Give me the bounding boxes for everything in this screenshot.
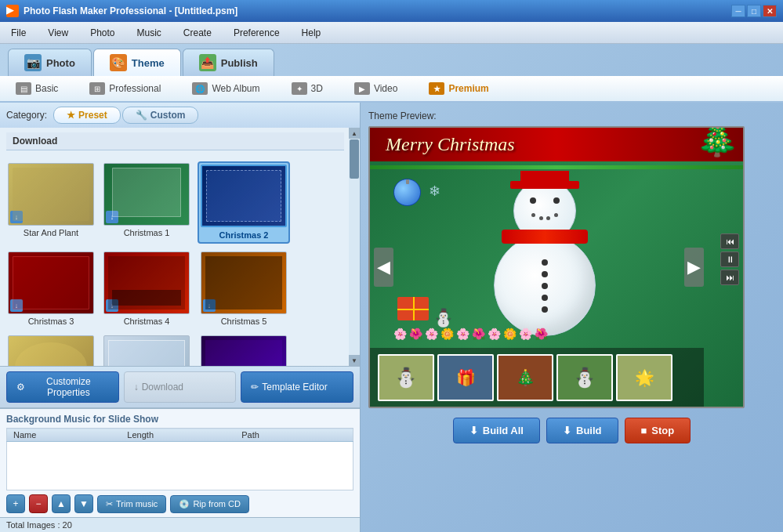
customize-properties-button[interactable]: ⚙ Customize Properties	[6, 371, 119, 403]
tab-publish[interactable]: 📤 Publish	[183, 49, 274, 76]
scroll-down-btn[interactable]: ▼	[349, 355, 360, 366]
theme-item-row3c[interactable]: ↓	[198, 334, 290, 366]
subnav-3d-label: 3D	[311, 83, 323, 94]
snowman-area: ❄ ⛄ 🌸🌺🌸🌼🌸🌺🌸🌼🌸🌺	[386, 171, 704, 344]
build-all-label: Build All	[483, 425, 524, 436]
preset-tab[interactable]: ★ Preset	[53, 107, 121, 124]
category-label: Category:	[6, 110, 47, 121]
scroll-thumb[interactable]	[350, 139, 359, 179]
theme-name-xmas3: Christmas 3	[28, 317, 74, 326]
snowman-eye-right	[553, 197, 560, 204]
minimize-button[interactable]: ─	[731, 5, 745, 17]
preview-title: Merry Christmas	[386, 134, 515, 154]
scrollbar[interactable]: ▲ ▼	[349, 128, 360, 366]
tab-theme[interactable]: 🎨 Theme	[93, 49, 181, 76]
download-button[interactable]: ↓ Download	[124, 371, 237, 403]
snowman-scarf	[502, 230, 588, 244]
menu-music[interactable]: Music	[132, 26, 166, 40]
move-down-music-button[interactable]: ▼	[74, 494, 93, 513]
snowman-smile-4	[554, 213, 558, 217]
build-all-button[interactable]: ⬇ Build All	[453, 418, 540, 443]
build-label: Build	[576, 425, 602, 436]
theme-name-star: Star And Plant	[24, 228, 78, 237]
menu-preference[interactable]: Preference	[229, 26, 285, 40]
stop-button[interactable]: ■ Stop	[625, 418, 691, 443]
skip-first-btn[interactable]: ⏮	[720, 233, 739, 249]
music-controls: + − ▲ ▼ ✂ Trim music 💿 Rip from CD	[6, 494, 353, 513]
move-up-music-button[interactable]: ▲	[52, 494, 71, 513]
photo-strip: ⛄ 🎁 🎄 ⛄ 🌟	[370, 348, 704, 407]
theme-thumb-xmas1: ↓	[103, 163, 190, 226]
music-table: Name Length Path	[6, 428, 353, 490]
theme-item-xmas1[interactable]: ↓ Christmas 1	[102, 161, 191, 244]
tab-theme-label: Theme	[132, 57, 165, 69]
scroll-up-btn[interactable]: ▲	[349, 128, 360, 139]
subnav-premium[interactable]: ★ Premium	[421, 79, 496, 98]
preview-header: Merry Christmas 🎄	[370, 128, 743, 161]
subnav-video[interactable]: ▶ Video	[346, 79, 405, 98]
ornament-blue	[393, 179, 421, 206]
music-section: Background Music for Slide Show Name Len…	[0, 407, 360, 517]
subnav-basic-label: Basic	[35, 83, 58, 94]
window-title: Photo Flash Maker Professional - [Untitl…	[24, 5, 731, 16]
publish-tab-icon: 📤	[199, 54, 216, 71]
body-button-5	[542, 306, 548, 313]
video-icon: ▶	[354, 82, 370, 95]
remove-music-button[interactable]: −	[29, 494, 48, 513]
theme-item-xmas4[interactable]: ↓ Christmas 4	[102, 250, 191, 328]
stop-label: Stop	[651, 425, 674, 436]
theme-thumb-row3b: ↓	[103, 335, 190, 366]
preview-label: Theme Preview:	[368, 110, 437, 121]
subnav-3d[interactable]: ✦ 3D	[284, 79, 331, 98]
tab-photo[interactable]: 📷 Photo	[8, 49, 92, 76]
theme-item-row3a[interactable]: ↓	[6, 334, 96, 366]
menubar: File View Photo Music Create Preference …	[0, 22, 783, 44]
menu-photo[interactable]: Photo	[85, 26, 119, 40]
stop-icon: ■	[641, 425, 647, 436]
music-section-title: Background Music for Slide Show	[6, 414, 353, 425]
menu-file[interactable]: File	[6, 26, 31, 40]
col-length: Length	[121, 429, 235, 442]
preview-container: Merry Christmas 🎄	[368, 126, 745, 408]
add-music-button[interactable]: +	[6, 494, 25, 513]
build-controls: ⬇ Build All ⬇ Build ■ Stop	[453, 418, 691, 443]
rip-cd-button[interactable]: 💿 Rip from CD	[170, 495, 249, 513]
play-pause-btn[interactable]: ⏸	[720, 252, 739, 267]
preview-side-controls: ⏮ ⏸ ⏭	[720, 233, 739, 285]
ornament-hook	[406, 179, 409, 184]
close-button[interactable]: ✕	[763, 5, 777, 17]
theme-item-row3b[interactable]: ↓	[102, 334, 191, 366]
preview-next-arrow[interactable]: ▶	[684, 248, 704, 287]
subnav-video-label: Video	[374, 83, 397, 94]
theme-name-xmas1: Christmas 1	[124, 228, 170, 237]
preset-label: Preset	[78, 110, 107, 121]
subnav-basic[interactable]: ▤ Basic	[8, 79, 66, 98]
theme-thumb-star: ↓	[8, 163, 94, 226]
template-editor-button[interactable]: ✏ Template Editor	[241, 371, 353, 403]
theme-item-xmas2[interactable]: Christmas 2	[198, 161, 290, 244]
download-icon: ↓	[134, 382, 139, 393]
subnav-professional[interactable]: ⊞ Professional	[82, 79, 169, 98]
restore-button[interactable]: □	[747, 5, 761, 17]
snowman-eye-left	[530, 197, 536, 204]
preview-prev-arrow[interactable]: ◀	[374, 248, 393, 287]
trim-music-button[interactable]: ✂ Trim music	[97, 495, 166, 513]
right-panel: Theme Preview: Merry Christmas 🎄	[361, 103, 783, 532]
cd-icon: 💿	[179, 499, 190, 509]
theme-item-star[interactable]: ↓ Star And Plant	[6, 161, 96, 244]
menu-create[interactable]: Create	[179, 26, 216, 40]
build-button[interactable]: ⬇ Build	[546, 418, 618, 443]
menu-view[interactable]: View	[43, 26, 73, 40]
subnav-webalbum[interactable]: 🌐 Web Album	[184, 79, 267, 98]
theme-item-xmas3[interactable]: ↓ Christmas 3	[6, 250, 96, 328]
menu-help[interactable]: Help	[297, 26, 326, 40]
photo-thumb-5: 🌟	[616, 354, 672, 401]
theme-name-xmas5: Christmas 5	[221, 317, 267, 326]
wrench-icon: 🔧	[136, 110, 147, 121]
sub-navigation: ▤ Basic ⊞ Professional 🌐 Web Album ✦ 3D …	[0, 76, 783, 103]
theme-item-xmas5[interactable]: ↓ Christmas 5	[198, 250, 290, 328]
subnav-professional-label: Professional	[109, 83, 161, 94]
custom-tab[interactable]: 🔧 Custom	[122, 107, 199, 124]
skip-last-btn[interactable]: ⏭	[720, 270, 739, 285]
trim-icon: ✂	[106, 499, 113, 509]
